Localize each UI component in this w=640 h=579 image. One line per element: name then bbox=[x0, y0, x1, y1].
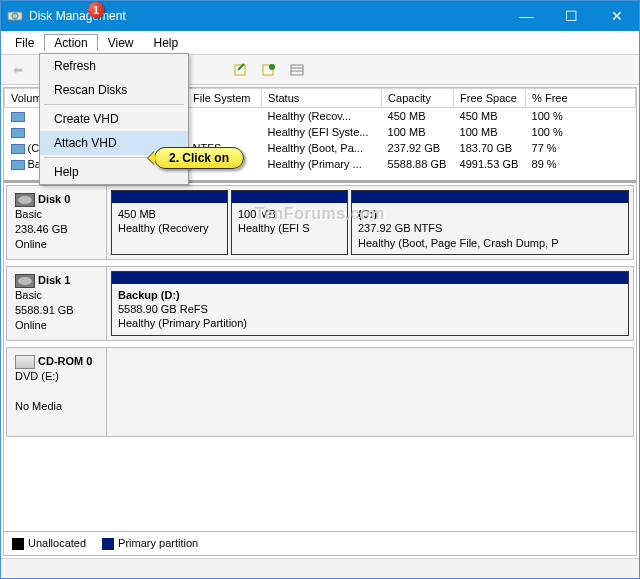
disk-row[interactable]: Disk 0Basic238.46 GBOnline450 MBHealthy … bbox=[6, 185, 634, 260]
disk-icon bbox=[15, 274, 35, 288]
close-button[interactable]: ✕ bbox=[594, 1, 639, 31]
menu-file[interactable]: File bbox=[5, 34, 44, 52]
properties-icon[interactable] bbox=[258, 59, 280, 81]
disk-row[interactable]: Disk 1Basic5588.91 GBOnlineBackup (D:)55… bbox=[6, 266, 634, 341]
list-icon[interactable] bbox=[286, 59, 308, 81]
svg-point-4 bbox=[269, 64, 275, 70]
disk-graphical-pane[interactable]: Disk 0Basic238.46 GBOnline450 MBHealthy … bbox=[4, 183, 636, 531]
col-fs[interactable]: File System bbox=[187, 89, 262, 108]
menubar: File Action View Help bbox=[1, 31, 639, 55]
menu-action[interactable]: Action bbox=[44, 34, 97, 51]
svg-rect-2 bbox=[235, 65, 245, 75]
partition[interactable]: (C:)237.92 GB NTFSHealthy (Boot, Page Fi… bbox=[351, 190, 629, 255]
menu-create-vhd[interactable]: Create VHD bbox=[40, 107, 188, 131]
svg-rect-5 bbox=[291, 65, 303, 75]
cdrom-icon bbox=[15, 355, 35, 369]
minimize-button[interactable]: — bbox=[504, 1, 549, 31]
refresh-icon[interactable] bbox=[230, 59, 252, 81]
menu-refresh[interactable]: Refresh bbox=[40, 54, 188, 78]
partition[interactable]: Backup (D:)5588.90 GB ReFSHealthy (Prima… bbox=[111, 271, 629, 336]
legend-primary: Primary partition bbox=[102, 537, 198, 550]
annotation-callout: 2. Click on bbox=[154, 147, 244, 169]
disk-label: Disk 1Basic5588.91 GBOnline bbox=[7, 267, 107, 340]
menu-help[interactable]: Help bbox=[144, 34, 189, 52]
app-icon bbox=[7, 8, 23, 24]
col-capacity[interactable]: Capacity bbox=[382, 89, 454, 108]
maximize-button[interactable]: ☐ bbox=[549, 1, 594, 31]
svg-point-1 bbox=[12, 13, 18, 19]
disk-label: Disk 0Basic238.46 GBOnline bbox=[7, 186, 107, 259]
annotation-badge-1: 1 bbox=[88, 2, 104, 18]
col-free[interactable]: Free Space bbox=[454, 89, 526, 108]
menu-view[interactable]: View bbox=[98, 34, 144, 52]
partition[interactable]: 450 MBHealthy (Recovery bbox=[111, 190, 228, 255]
legend-unallocated: Unallocated bbox=[12, 537, 86, 550]
col-pct[interactable]: % Free bbox=[526, 89, 636, 108]
separator bbox=[44, 104, 184, 105]
cdrom-row[interactable]: CD-ROM 0 DVD (E:) No Media bbox=[6, 347, 634, 437]
col-status[interactable]: Status bbox=[262, 89, 382, 108]
back-button[interactable]: ⬅ bbox=[7, 59, 29, 81]
menu-rescan[interactable]: Rescan Disks bbox=[40, 78, 188, 102]
disk-icon bbox=[15, 193, 35, 207]
statusbar bbox=[1, 558, 639, 578]
cdrom-label: CD-ROM 0 DVD (E:) No Media bbox=[7, 348, 107, 436]
partition[interactable]: 100 MBHealthy (EFI S bbox=[231, 190, 348, 255]
legend: Unallocated Primary partition bbox=[4, 531, 636, 555]
